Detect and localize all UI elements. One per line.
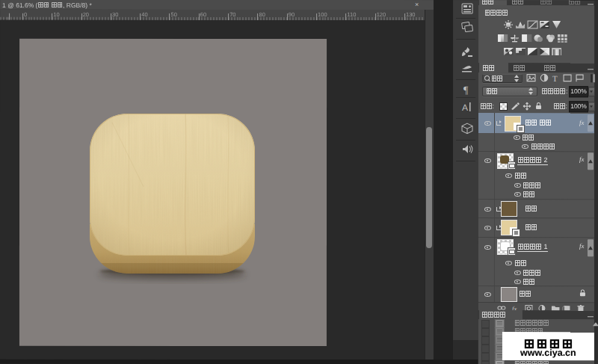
svg-text:A: A — [462, 102, 468, 113]
svg-text:T: T — [552, 75, 558, 84]
svg-text:¶: ¶ — [463, 85, 469, 96]
